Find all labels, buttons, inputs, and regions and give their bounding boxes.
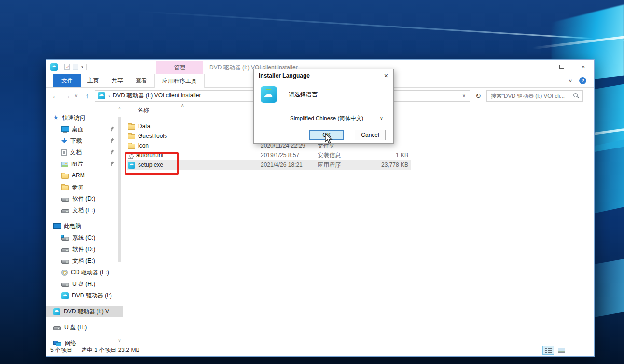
sidebar-item-network[interactable]: 网络 [46,337,123,349]
dvd-cloud-icon [61,292,69,299]
sidebar-item-label: 文档 (E:) [72,257,95,265]
scroll-up-icon[interactable]: ∧ [118,106,121,110]
tab-application-tools[interactable]: 应用程序工具 [154,74,205,88]
window-controls: × [529,60,594,74]
language-select-value: Simplified Chinese (简体中文) [290,115,363,122]
sidebar-item-cd-drive-f[interactable]: CD 驱动器 (F:) [46,267,123,278]
help-icon[interactable]: ? [579,77,586,84]
network-icon [53,340,61,346]
breadcrumb[interactable]: DVD 驱动器 (I:) VOI client installer [113,92,201,100]
search-icon[interactable] [573,93,580,99]
search-box[interactable] [486,90,583,102]
forward-button[interactable]: → [62,92,72,100]
separator [61,64,61,70]
drive-icon [61,248,69,252]
language-prompt: 请选择语言 [289,91,318,99]
scrollbar-thumb[interactable] [118,117,121,262]
folder-icon [61,174,69,179]
sidebar-item-arm[interactable]: ARM [46,170,123,181]
sidebar-item-dvd-drive-i[interactable]: DVD 驱动器 (I:) [46,290,123,301]
sidebar-item-this-pc[interactable]: 此电脑 [46,220,123,232]
quick-access-toolbar: ▾ [46,63,87,71]
details-view-button[interactable] [542,346,554,355]
details-view-icon [545,348,552,353]
sidebar-item-documents[interactable]: 文档 [46,147,123,158]
sidebar-item-usb-h[interactable]: U 盘 (H:) [46,278,123,290]
sidebar-item-label: DVD 驱动器 (I:) [72,292,112,300]
view-toggle-group [542,346,567,355]
file-date: 2021/4/26 18:21 [261,162,318,168]
properties-icon[interactable] [64,64,70,70]
breadcrumb-separator: › [108,93,110,99]
folder-icon [128,124,135,130]
new-folder-icon[interactable] [73,64,78,70]
sidebar-item-dvd-drive-i-voi[interactable]: DVD 驱动器 (I:) V [46,306,123,317]
sidebar-item-label: DVD 驱动器 (I:) V [64,308,109,316]
folder-icon [61,185,69,190]
star-icon: ★ [53,114,59,121]
file-date: 2019/1/25 8:57 [261,152,318,159]
chevron-down-icon: ∨ [380,115,383,121]
app-icon [50,63,58,71]
tab-file[interactable]: 文件 [53,74,81,87]
dialog-close-icon[interactable]: × [384,72,388,80]
sidebar-item-software-d[interactable]: 软件 (D:) [46,193,123,204]
status-bar: 5 个项目 选中 1 个项目 23.2 MB [46,344,594,356]
computer-icon [53,223,60,229]
sidebar-scrollbar[interactable]: ∧ ∨ [116,106,123,343]
close-button[interactable]: × [572,60,594,74]
tab-view[interactable]: 查看 [129,74,153,87]
up-button[interactable]: ↑ [83,92,92,100]
collapse-ribbon-icon[interactable]: ∨ [569,78,572,84]
sidebar-item-label: 网络 [65,339,76,348]
desktop-icon [61,126,69,133]
pin-icon [110,126,115,132]
recent-locations-icon[interactable]: ∨ [74,93,80,98]
wallpaper-streak [532,36,624,49]
folder-icon [128,134,135,139]
sidebar-item-label: 桌面 [72,125,83,134]
document-icon [61,149,67,156]
maximize-icon [559,65,564,69]
sidebar-item-label: U 盘 (H:) [72,280,95,288]
sidebar-item-label: CD 驱动器 (F:) [71,269,109,277]
sidebar-item-software-d2[interactable]: 软件 (D:) [46,243,123,255]
separator [86,64,87,70]
sidebar-item-system-c[interactable]: 系统 (C:) [46,232,123,243]
tab-home[interactable]: 主页 [81,74,105,87]
dvd-cloud-icon [53,308,60,315]
mouse-cursor [324,133,335,145]
pin-icon [110,138,115,144]
qat-dropdown-icon[interactable]: ▾ [81,65,83,69]
sidebar-item-desktop[interactable]: 桌面 [46,123,123,135]
column-header-label: 名称 [138,106,149,114]
search-input[interactable] [490,93,571,99]
contextual-tab-group-label: 管理 [156,61,203,74]
scroll-down-icon[interactable]: ∨ [118,338,121,343]
file-name: GuestTools [138,133,167,139]
minimize-button[interactable] [529,60,551,74]
sidebar-item-label: 图片 [71,160,83,168]
sidebar-item-label: 下载 [70,137,82,145]
installer-language-dialog: Installer Language × ☁ 请选择语言 Simplified … [253,69,394,144]
file-type: 应用程序 [318,161,371,169]
maximize-button[interactable] [551,60,572,74]
sidebar-item-documents-e[interactable]: 文档 (E:) [46,204,123,216]
cancel-button[interactable]: Cancel [355,130,386,140]
sidebar-item-pictures[interactable]: 图片 [46,158,123,170]
sidebar-item-label: 此电脑 [64,222,81,230]
refresh-button[interactable]: ↻ [472,90,484,102]
back-button[interactable]: ← [50,92,60,100]
sidebar-item-documents-e2[interactable]: 文档 (E:) [46,255,123,267]
tab-share[interactable]: 共享 [105,74,129,87]
file-size: 1 KB [371,152,411,159]
sidebar-item-screen-recording[interactable]: 录屏 [46,181,123,193]
thumbnail-view-button[interactable] [555,346,567,355]
sidebar-item-downloads[interactable]: 下载 [46,135,123,147]
sidebar-item-quick-access[interactable]: ★ 快速访问 [46,112,123,123]
sidebar-item-label: 录屏 [72,183,83,191]
sidebar-item-usb-h2[interactable]: U 盘 (H:) [46,322,123,333]
address-dropdown-icon[interactable]: ∨ [461,93,467,98]
drive-icon [61,198,69,202]
language-select[interactable]: Simplified Chinese (简体中文) ∨ [287,113,386,123]
